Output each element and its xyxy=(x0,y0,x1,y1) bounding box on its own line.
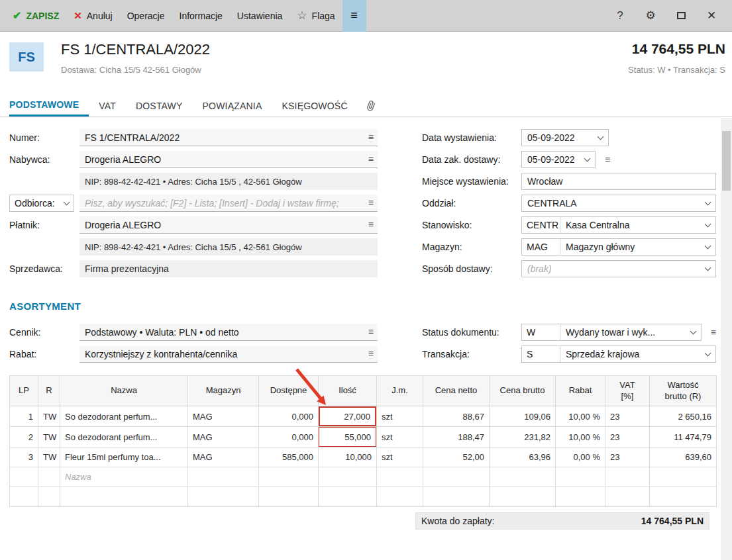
cell-wartosc[interactable] xyxy=(650,467,717,487)
col-header-nazwa[interactable]: Nazwa xyxy=(60,376,188,406)
close-button[interactable]: ✕ xyxy=(696,0,727,32)
platnik-field-menu-icon[interactable]: ≡ xyxy=(368,220,374,229)
cell-cena-netto[interactable]: 88,67 xyxy=(423,406,490,427)
flag-button[interactable]: ☆ Flaga xyxy=(289,0,342,32)
cell-wartosc[interactable]: 639,60 xyxy=(650,447,717,467)
cell-nazwa-new[interactable]: Nazwa xyxy=(60,467,188,487)
col-header-rabat[interactable]: Rabat xyxy=(556,376,605,406)
odbiorca-input[interactable] xyxy=(85,198,363,209)
cell-vat[interactable] xyxy=(605,467,650,487)
menu-informacje[interactable]: Informacje xyxy=(172,0,230,32)
numer-field[interactable]: FS 1/CENTRALA/2022 ≡ xyxy=(79,129,378,146)
rabat-field[interactable]: Korzystniejszy z kontrahenta/cennika ≡ xyxy=(79,346,378,363)
issue-date-field[interactable]: 05-09-2022 xyxy=(521,129,609,146)
cell-dostepne[interactable]: 585,000 xyxy=(259,447,319,467)
cell-ilosc[interactable] xyxy=(319,487,377,507)
cell-cena-brutto[interactable]: 109,06 xyxy=(490,406,556,427)
col-header-jm[interactable]: J.m. xyxy=(377,376,423,406)
cell-jm[interactable] xyxy=(377,467,423,487)
col-header-ilosc[interactable]: Ilość xyxy=(319,376,377,406)
cell-magazyn[interactable] xyxy=(188,467,259,487)
tab-vat[interactable]: VAT xyxy=(89,95,126,117)
cennik-field-menu-icon[interactable]: ≡ xyxy=(368,327,374,336)
scrollbar-thumb[interactable] xyxy=(722,131,731,191)
cell-rabat[interactable] xyxy=(556,467,605,487)
cell-lp[interactable]: 1 xyxy=(10,406,38,427)
cell-magazyn[interactable]: MAG xyxy=(188,427,259,447)
cell-rabat[interactable]: 0,00 % xyxy=(556,447,605,467)
save-button[interactable]: ✔ ZAPISZ xyxy=(5,0,66,32)
odbiorca-field-menu-icon[interactable]: ≡ xyxy=(368,198,374,207)
odbiorca-field[interactable]: ≡ xyxy=(79,195,378,212)
help-button[interactable]: ? xyxy=(605,0,635,32)
cennik-field[interactable]: Podstawowy • Waluta: PLN • od netto ≡ xyxy=(79,324,378,341)
cell-wartosc[interactable]: 2 650,16 xyxy=(650,406,717,427)
cell-vat[interactable]: 23 xyxy=(605,447,650,467)
cell-magazyn[interactable] xyxy=(188,487,259,507)
cell-vat[interactable]: 23 xyxy=(605,427,650,447)
more-menu-button[interactable]: ≡ xyxy=(342,0,366,32)
cancel-button[interactable]: ✕ Anuluj xyxy=(66,0,120,32)
rabat-field-menu-icon[interactable]: ≡ xyxy=(368,349,374,358)
cell-dostepne[interactable]: 0,000 xyxy=(259,427,319,447)
numer-field-menu-icon[interactable]: ≡ xyxy=(368,132,374,142)
cell-dostepne[interactable] xyxy=(259,487,319,507)
cell-wartosc[interactable]: 11 474,79 xyxy=(650,427,717,447)
cell-r[interactable]: TW xyxy=(38,447,60,467)
col-header-magazyn[interactable]: Magazyn xyxy=(188,376,259,406)
nabywca-field-menu-icon[interactable]: ≡ xyxy=(368,154,374,163)
cell-nazwa[interactable]: Fleur 15ml perfumy toa... xyxy=(60,447,188,467)
col-header-r[interactable]: R xyxy=(38,376,60,406)
cell-cena-brutto[interactable]: 231,82 xyxy=(490,427,556,447)
col-header-wartosc[interactable]: Wartość brutto (R) xyxy=(650,376,717,406)
delivery-date-menu-icon[interactable]: ≡ xyxy=(605,155,610,164)
tab-podstawowe[interactable]: PODSTAWOWE xyxy=(9,95,89,117)
tab-powiazania[interactable]: POWIĄZANIA xyxy=(193,95,272,117)
platnik-field[interactable]: Drogeria ALEGRO ≡ xyxy=(79,216,378,234)
cell-ilosc-highlighted[interactable]: 27,000 xyxy=(319,406,377,427)
cell-ilosc-highlighted[interactable]: 55,000 xyxy=(319,427,377,447)
shipping-dropdown[interactable]: (brak) xyxy=(521,260,716,277)
cell-ilosc[interactable] xyxy=(319,467,377,487)
col-header-cena-netto[interactable]: Cena netto xyxy=(423,376,490,406)
cell-vat[interactable] xyxy=(605,487,650,507)
transaction-dropdown[interactable]: S Sprzedaż krajowa xyxy=(521,346,716,363)
maximize-button[interactable] xyxy=(666,0,696,32)
col-header-dostepne[interactable]: Dostępne xyxy=(259,376,319,406)
cell-r[interactable]: TW xyxy=(38,427,60,447)
cell-magazyn[interactable]: MAG xyxy=(188,447,259,467)
cell-r[interactable] xyxy=(38,467,60,487)
doc-status-menu-icon[interactable]: ≡ xyxy=(711,328,716,337)
cell-rabat[interactable] xyxy=(556,487,605,507)
place-field[interactable]: Wrocław xyxy=(521,173,716,190)
tab-dostawy[interactable]: DOSTAWY xyxy=(126,95,193,117)
cell-cena-brutto[interactable] xyxy=(490,467,556,487)
col-header-vat[interactable]: VAT [%] xyxy=(605,376,650,406)
col-header-lp[interactable]: LP xyxy=(10,376,38,406)
col-header-cena-brutto[interactable]: Cena brutto xyxy=(490,376,556,406)
cell-rabat[interactable]: 10,00 % xyxy=(556,406,605,427)
nabywca-field[interactable]: Drogeria ALEGRO ≡ xyxy=(79,151,378,168)
vertical-scrollbar[interactable] xyxy=(721,118,732,560)
cell-cena-netto[interactable] xyxy=(423,487,490,507)
cell-lp[interactable]: 3 xyxy=(10,447,38,467)
cell-dostepne[interactable]: 0,000 xyxy=(259,406,319,427)
cell-jm[interactable] xyxy=(377,487,423,507)
cell-nazwa[interactable]: So dezodorant perfum... xyxy=(60,406,188,427)
warehouse-dropdown[interactable]: MAG Magazyn główny xyxy=(521,238,716,256)
cell-lp[interactable] xyxy=(10,467,38,487)
cell-lp[interactable] xyxy=(10,487,38,507)
tab-ksiegowosc[interactable]: KSIĘGOWOŚĆ xyxy=(272,95,357,117)
cell-cena-netto[interactable] xyxy=(423,467,490,487)
menu-ustawienia[interactable]: Ustawienia xyxy=(230,0,289,32)
cell-cena-netto[interactable]: 52,00 xyxy=(423,447,490,467)
cell-cena-brutto[interactable] xyxy=(490,487,556,507)
doc-status-dropdown[interactable]: W Wydany towar i wyk... xyxy=(521,324,702,341)
cell-nazwa[interactable] xyxy=(60,487,188,507)
cell-magazyn[interactable]: MAG xyxy=(188,406,259,427)
cell-dostepne[interactable] xyxy=(259,467,319,487)
odbiorca-label-dropdown[interactable]: Odbiorca: xyxy=(9,195,74,212)
cell-wartosc[interactable] xyxy=(650,487,717,507)
delivery-date-field[interactable]: 05-09-2022 xyxy=(521,151,596,168)
cell-vat[interactable]: 23 xyxy=(605,406,650,427)
